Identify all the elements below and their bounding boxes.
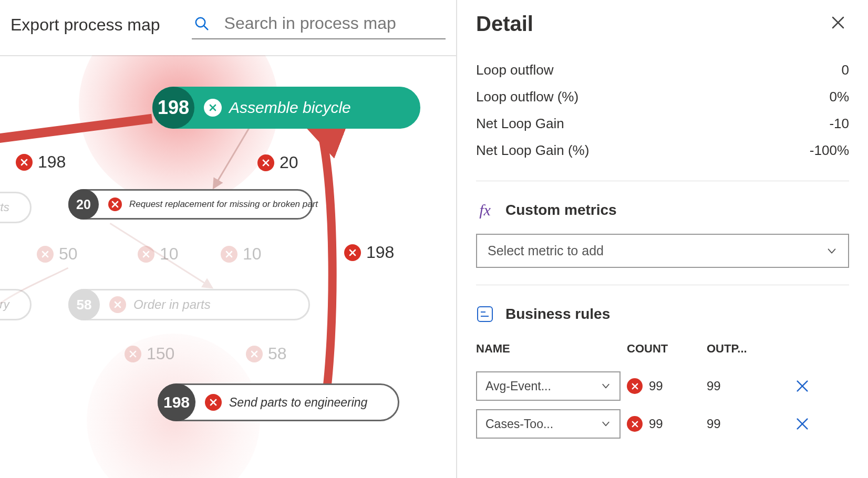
x-icon [795, 379, 810, 393]
detail-title: Detail [476, 12, 533, 36]
close-circle-icon [221, 246, 237, 263]
node-order-in-parts[interactable]: 58 Order in parts [68, 289, 310, 320]
edge-label: 150 [125, 344, 174, 363]
metric-value: 0% [829, 89, 849, 105]
edge-label: 58 [246, 344, 287, 363]
close-circle-icon [37, 246, 54, 263]
col-count: COUNT [627, 342, 700, 356]
chevron-down-icon [601, 419, 611, 429]
close-circle-icon [257, 154, 274, 171]
edge-count: 10 [243, 244, 262, 264]
close-circle-icon [108, 198, 122, 211]
close-circle-icon [125, 346, 141, 362]
rule-output: 99 [707, 379, 780, 393]
node-count: 58 [68, 289, 100, 320]
node-label: arts [0, 201, 9, 214]
search-input[interactable] [224, 14, 443, 33]
edge-count: 10 [160, 244, 179, 264]
custom-metrics-section: fx Custom metrics Select metric to add [476, 181, 849, 268]
rule-name: Avg-Event... [485, 379, 551, 393]
edge-label: 50 [37, 244, 78, 264]
edge-label: 20 [257, 153, 298, 172]
metric-value: -10 [829, 116, 849, 132]
col-name: NAME [476, 342, 621, 356]
rule-count: 99 [649, 417, 663, 431]
x-icon [795, 417, 810, 431]
edge-count: 198 [366, 243, 394, 262]
fx-icon: fx [476, 201, 494, 219]
node-label: Request replacement for missing or broke… [129, 199, 318, 210]
node-label: Send parts to engineering [229, 396, 367, 410]
search-icon [194, 16, 210, 32]
metric-value: 0 [842, 62, 849, 78]
node-cut-arts[interactable]: arts [0, 192, 32, 223]
metric-label: Net Loop Gain [476, 116, 564, 132]
chevron-down-icon [826, 245, 838, 257]
metric-label: Loop outflow (%) [476, 89, 578, 105]
edge-count: 58 [268, 344, 287, 363]
rule-row: Cases-Too... 99 99 [476, 405, 849, 443]
col-output: OUTP... [707, 342, 780, 356]
close-button[interactable] [827, 12, 849, 36]
node-request-replacement[interactable]: 20 Request replacement for missing or br… [68, 189, 313, 220]
detail-panel: Detail Loop outflow 0 Loop outflow (%) 0… [457, 0, 868, 478]
metric-label: Net Loop Gain (%) [476, 142, 589, 159]
process-map-canvas[interactable]: 198 Assemble bicycle 20 Request replacem… [0, 55, 456, 478]
metric-value: -100% [810, 142, 849, 159]
svg-line-1 [204, 26, 208, 29]
edge-label: 198 [344, 243, 394, 262]
metric-row: Loop outflow 0 [476, 57, 849, 84]
remove-rule-button[interactable] [787, 417, 818, 431]
section-title: Custom metrics [505, 202, 617, 219]
edge-count: 150 [147, 344, 174, 363]
close-circle-icon [138, 246, 154, 263]
edge-label: 10 [221, 244, 262, 264]
edge-label: 10 [138, 244, 179, 264]
close-circle-icon [204, 99, 222, 117]
close-circle-icon [627, 378, 643, 394]
node-count: 20 [68, 189, 99, 220]
metric-row: Net Loop Gain (%) -100% [476, 137, 849, 164]
metric-row: Net Loop Gain -10 [476, 110, 849, 137]
rule-output: 99 [707, 417, 780, 431]
node-count: 198 [152, 87, 194, 129]
metric-row: Loop outflow (%) 0% [476, 84, 849, 110]
section-title: Business rules [505, 306, 610, 323]
rule-name-dropdown[interactable]: Avg-Event... [476, 371, 621, 401]
rule-row: Avg-Event... 99 99 [476, 367, 849, 405]
close-circle-icon [344, 244, 361, 261]
rules-table-header: NAME COUNT OUTP... [476, 338, 849, 360]
close-circle-icon [109, 296, 126, 313]
edge-label: 198 [16, 152, 66, 172]
metric-label: Loop outflow [476, 62, 553, 78]
node-assemble-bicycle[interactable]: 198 Assemble bicycle [152, 87, 420, 129]
select-metric-dropdown[interactable]: Select metric to add [476, 234, 849, 268]
search-wrapper[interactable] [192, 11, 446, 39]
export-process-map[interactable]: Export process map [11, 15, 160, 35]
node-label: Assemble bicycle [229, 99, 351, 117]
close-circle-icon [627, 416, 643, 432]
edge-count: 50 [59, 244, 78, 264]
node-cut-tory[interactable]: tory [0, 289, 32, 320]
node-label: tory [0, 298, 9, 311]
rule-name: Cases-Too... [485, 417, 553, 431]
close-circle-icon [205, 394, 222, 411]
node-label: Order in parts [133, 297, 211, 312]
business-rules-icon [476, 305, 494, 323]
business-rules-section: Business rules NAME COUNT OUTP... Avg-Ev… [476, 285, 849, 443]
process-map-pane: Export process map [0, 0, 457, 478]
node-count: 198 [158, 383, 195, 421]
close-circle-icon [246, 346, 263, 362]
edge-count: 20 [280, 153, 298, 172]
remove-rule-button[interactable] [787, 379, 818, 393]
dropdown-placeholder: Select metric to add [488, 243, 604, 258]
rule-count: 99 [649, 379, 663, 393]
heat-ring [79, 55, 278, 205]
chevron-down-icon [601, 381, 611, 391]
close-icon [830, 15, 846, 30]
edge-count: 198 [38, 152, 66, 172]
close-circle-icon [16, 154, 33, 171]
rule-name-dropdown[interactable]: Cases-Too... [476, 409, 621, 439]
node-send-parts-engineering[interactable]: 198 Send parts to engineering [158, 383, 399, 421]
